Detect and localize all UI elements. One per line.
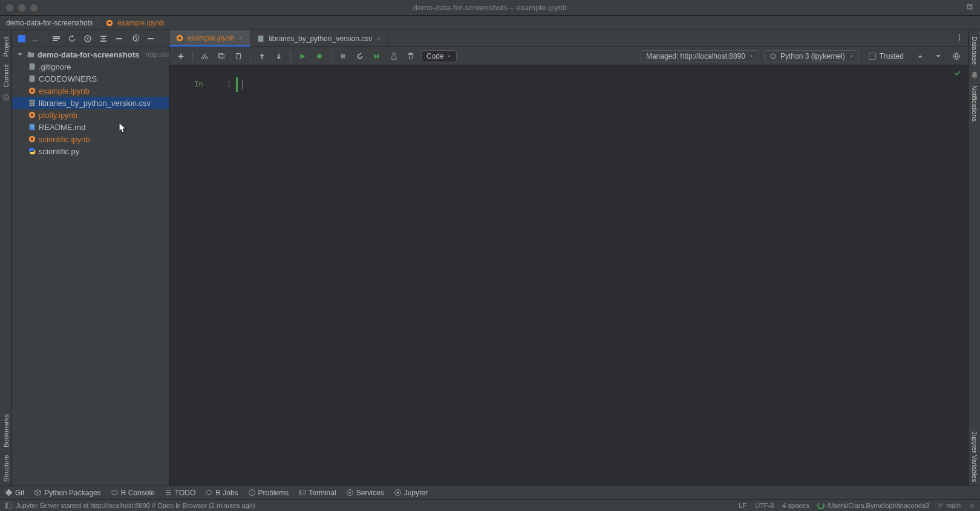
bookmarks-tool-button[interactable]: Bookmarks — [2, 411, 10, 451]
plus-icon — [177, 52, 185, 60]
add-cell-button[interactable] — [174, 50, 188, 63]
settings-icon[interactable] — [130, 34, 140, 44]
r-icon — [205, 489, 213, 496]
svg-point-18 — [178, 36, 181, 39]
kernel-dropdown[interactable]: Python 3 (ipykernel) — [764, 50, 859, 62]
delete-cell-button[interactable] — [404, 50, 417, 63]
project-view-icon[interactable] — [17, 34, 27, 44]
list-icon — [165, 489, 172, 496]
open-in-new-window-button[interactable] — [965, 2, 974, 13]
cut-button[interactable] — [198, 50, 211, 63]
notebook-toolbar: Code Managed: http://localhost:8890 Pyth… — [169, 47, 968, 65]
close-icon[interactable] — [238, 35, 244, 41]
problems-tool-button[interactable]: Problems — [248, 489, 289, 497]
server-dropdown[interactable]: Managed: http://localhost:8890 — [641, 50, 759, 62]
tree-file-CODEOWNERS[interactable]: CODEOWNERS — [12, 73, 169, 85]
tree-file-README-md[interactable]: README.md — [12, 121, 169, 133]
target-icon[interactable] — [2, 93, 10, 102]
move-down-button[interactable] — [272, 50, 286, 63]
scissors-icon — [200, 52, 209, 60]
tree-file-label: README.md — [39, 123, 85, 132]
git-icon — [5, 489, 13, 496]
breadcrumb-project[interactable]: demo-data-for-screenshots — [6, 19, 93, 27]
branch-indicator[interactable]: main — [938, 502, 961, 509]
editor-tab-0[interactable]: example.ipynb — [169, 30, 250, 47]
maximize-window-button[interactable] — [30, 4, 38, 11]
tabs-menu-button[interactable] — [951, 34, 968, 43]
services-icon — [346, 489, 354, 496]
debug-cell-button[interactable] — [313, 50, 326, 63]
notifications-tool-button[interactable]: Notifications — [971, 82, 978, 125]
move-up-button[interactable] — [255, 50, 269, 63]
database-tool-button[interactable]: Database — [971, 33, 978, 68]
copy-button[interactable] — [215, 50, 228, 63]
trusted-checkbox[interactable] — [869, 53, 876, 60]
run-cell-button[interactable] — [296, 50, 309, 63]
todo-tool-button[interactable]: TODO — [165, 489, 195, 497]
tab-label: libraries_by_python_version.csv — [269, 34, 372, 43]
file-icon — [28, 99, 36, 107]
run-all-button[interactable] — [370, 50, 384, 63]
hide-panel-icon[interactable] — [146, 34, 155, 44]
tree-file-label: .gitignore — [39, 62, 71, 71]
r-jobs-tool-button[interactable]: R Jobs — [205, 489, 238, 497]
tree-file--gitignore[interactable]: .gitignore — [12, 60, 169, 73]
lock-icon[interactable] — [969, 503, 975, 509]
git-tool-button[interactable]: Git — [5, 489, 24, 497]
tree-file-scientific-py[interactable]: scientific.py — [12, 145, 169, 157]
interpreter-indicator[interactable]: /Users/Ciara.Byrne/opt/anaconda3 — [817, 502, 929, 509]
notebook-body[interactable]: In _ 1 — [169, 65, 968, 486]
terminal-tool-button[interactable]: Terminal — [298, 489, 336, 497]
minimize-window-button[interactable] — [18, 4, 25, 11]
encoding-indicator[interactable]: UTF-8 — [755, 502, 774, 509]
python-packages-tool-button[interactable]: Python Packages — [34, 489, 100, 497]
trusted-toggle[interactable]: Trusted — [864, 51, 909, 62]
services-tool-button[interactable]: Services — [346, 489, 384, 497]
close-window-button[interactable] — [6, 4, 13, 11]
restart-button[interactable] — [353, 50, 367, 63]
tree-file-label: libraries_by_python_version.csv — [39, 99, 151, 108]
expand-up-button[interactable] — [913, 50, 927, 63]
collapse-all-icon[interactable] — [114, 34, 124, 44]
target-in-tree-icon[interactable] — [83, 34, 93, 44]
file-icon — [28, 147, 36, 155]
bell-icon[interactable] — [970, 71, 979, 79]
editor-tab-1[interactable]: libraries_by_python_version.csv — [250, 30, 388, 47]
breadcrumb-separator: 〉 — [96, 18, 103, 28]
server-label: Managed: http://localhost:8890 — [646, 52, 745, 60]
commit-tool-button[interactable]: Commit — [2, 60, 10, 91]
cell-editor[interactable] — [236, 77, 962, 92]
variables-button[interactable] — [387, 50, 400, 63]
line-ending-indicator[interactable]: LF — [739, 502, 746, 509]
file-icon — [175, 34, 184, 42]
code-cell[interactable]: In _ 1 — [175, 77, 962, 92]
tree-file-libraries_by_python_version-csv[interactable]: libraries_by_python_version.csv — [12, 97, 169, 109]
select-opened-file-icon[interactable] — [51, 34, 61, 44]
tool-window-icon[interactable] — [5, 502, 12, 509]
project-tool-button[interactable]: Project — [2, 33, 10, 60]
editor-tabs: example.ipynb libraries_by_python_versio… — [169, 30, 968, 47]
refresh-icon[interactable] — [67, 34, 77, 44]
project-toolbar-more[interactable]: ... — [33, 34, 39, 43]
jupyter-tool-button[interactable]: Jupyter — [394, 489, 428, 497]
expand-down-button[interactable] — [932, 50, 945, 63]
expand-all-icon[interactable] — [99, 34, 108, 44]
package-icon — [34, 489, 42, 496]
indent-indicator[interactable]: 4 spaces — [782, 502, 809, 509]
jupyter-icon-button[interactable] — [950, 50, 963, 63]
tree-file-plotly-ipynb[interactable]: plotly.ipynb — [12, 109, 169, 121]
paste-button[interactable] — [232, 50, 245, 63]
status-message[interactable]: Jupyter Server started at http://localho… — [16, 502, 255, 509]
r-console-tool-button[interactable]: R Console — [111, 489, 155, 497]
cell-type-dropdown[interactable]: Code — [421, 50, 457, 62]
structure-tool-button[interactable]: Structure — [2, 451, 10, 486]
tree-root[interactable]: demo-data-for-screenshots http://localh — [12, 48, 169, 60]
svg-point-37 — [397, 492, 399, 493]
jupyter-variables-tool-button[interactable]: Jupyter Variables — [971, 428, 978, 486]
project-tree[interactable]: demo-data-for-screenshots http://localh … — [12, 47, 169, 486]
breadcrumb-file[interactable]: example.ipynb — [117, 19, 164, 27]
interrupt-button[interactable] — [336, 50, 350, 63]
tree-file-example-ipynb[interactable]: example.ipynb — [12, 85, 169, 97]
tree-file-scientific-ipynb[interactable]: scientific.ipynb — [12, 133, 169, 145]
close-icon[interactable] — [376, 36, 382, 42]
